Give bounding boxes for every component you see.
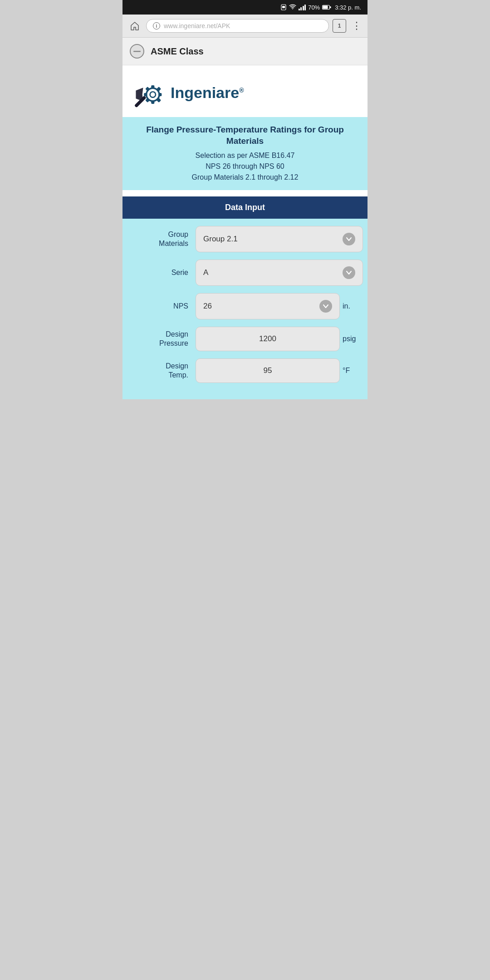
series-dropdown-arrow — [343, 266, 355, 279]
browser-chrome: i www.ingeniare.net/APK 1 ⋮ — [122, 15, 368, 38]
data-input-header: Data Input — [122, 196, 368, 219]
nps-dropdown-arrow — [319, 300, 332, 313]
data-input-label: Data Input — [225, 203, 265, 212]
group-materials-dropdown-arrow — [343, 233, 355, 245]
chevron-down-icon — [346, 271, 352, 274]
asme-class-title: ASME Class — [151, 46, 204, 57]
group-materials-row: GroupMaterials Group 2.1 — [127, 226, 363, 252]
nps-value: 26 — [203, 302, 212, 311]
brand-name: Ingeniare® — [171, 84, 244, 102]
logo-container: Ingeniare® — [132, 74, 358, 111]
group-materials-value: Group 2.1 — [203, 235, 238, 244]
url-bar[interactable]: i www.ingeniare.net/APK — [146, 19, 329, 33]
home-icon — [130, 21, 140, 31]
svg-rect-3 — [323, 6, 328, 9]
svg-point-7 — [150, 92, 156, 97]
home-button[interactable] — [127, 18, 142, 34]
banner-line3: Group Materials 2.1 through 2.12 — [132, 172, 358, 183]
battery-percent: 70% — [308, 4, 320, 11]
minus-icon — [133, 50, 141, 52]
status-icons: 70% — [280, 4, 332, 11]
design-temp-row: DesignTemp. 95 °F — [127, 358, 363, 383]
group-materials-select[interactable]: Group 2.1 — [196, 226, 363, 252]
tab-count-button[interactable]: 1 — [333, 19, 346, 33]
design-temp-label: DesignTemp. — [127, 362, 193, 381]
sim-icon — [280, 4, 287, 10]
gear-logo — [132, 74, 172, 111]
svg-rect-12 — [145, 87, 150, 91]
series-row: Serie A — [127, 260, 363, 286]
svg-rect-9 — [151, 101, 154, 104]
banner-line2: NPS 26 through NPS 60 — [132, 161, 358, 172]
svg-rect-11 — [158, 93, 162, 96]
banner-line1: Selection as per ASME B16.47 — [132, 150, 358, 161]
nps-label: NPS — [127, 302, 193, 311]
chevron-down-icon — [346, 237, 352, 241]
banner-title: Flange Pressure-Temperature Ratings for … — [132, 124, 358, 147]
asme-class-header: ASME Class — [122, 38, 368, 65]
nps-unit: in. — [343, 302, 363, 310]
info-icon: i — [153, 22, 160, 29]
svg-rect-1 — [282, 6, 285, 8]
series-value: A — [203, 268, 208, 277]
group-materials-label: GroupMaterials — [127, 230, 193, 249]
form-area: GroupMaterials Group 2.1 Serie A — [122, 219, 368, 399]
url-text: www.ingeniare.net/APK — [164, 22, 230, 29]
svg-rect-4 — [330, 6, 331, 8]
svg-rect-10 — [144, 93, 147, 96]
design-temp-unit: °F — [343, 367, 363, 375]
svg-rect-5 — [133, 51, 141, 52]
design-temp-input[interactable]: 95 — [196, 358, 340, 383]
wifi-icon — [289, 4, 296, 10]
series-label: Serie — [127, 268, 193, 278]
info-banner: Flange Pressure-Temperature Ratings for … — [122, 117, 368, 190]
signal-icon — [299, 4, 306, 10]
design-pressure-input[interactable]: 1200 — [196, 327, 340, 351]
status-bar: 70% 3:32 p. m. — [122, 0, 368, 15]
banner-subtitle: Selection as per ASME B16.47 NPS 26 thro… — [132, 150, 358, 183]
chevron-down-icon — [323, 304, 328, 308]
design-pressure-label: DesignPressure — [127, 330, 193, 349]
design-pressure-row: DesignPressure 1200 psig — [127, 327, 363, 351]
battery-icon — [322, 5, 331, 10]
svg-rect-14 — [145, 98, 150, 103]
status-time: 3:32 p. m. — [335, 4, 361, 11]
series-select[interactable]: A — [196, 260, 363, 286]
nps-select[interactable]: 26 — [196, 293, 340, 319]
more-options-button[interactable]: ⋮ — [350, 20, 363, 32]
collapse-button[interactable] — [130, 44, 144, 59]
design-pressure-unit: psig — [343, 335, 363, 343]
svg-rect-8 — [151, 85, 154, 88]
content-wrapper: ASME Class — [122, 38, 368, 399]
logo-area: Ingeniare® — [122, 65, 368, 117]
nps-row: NPS 26 in. — [127, 293, 363, 319]
